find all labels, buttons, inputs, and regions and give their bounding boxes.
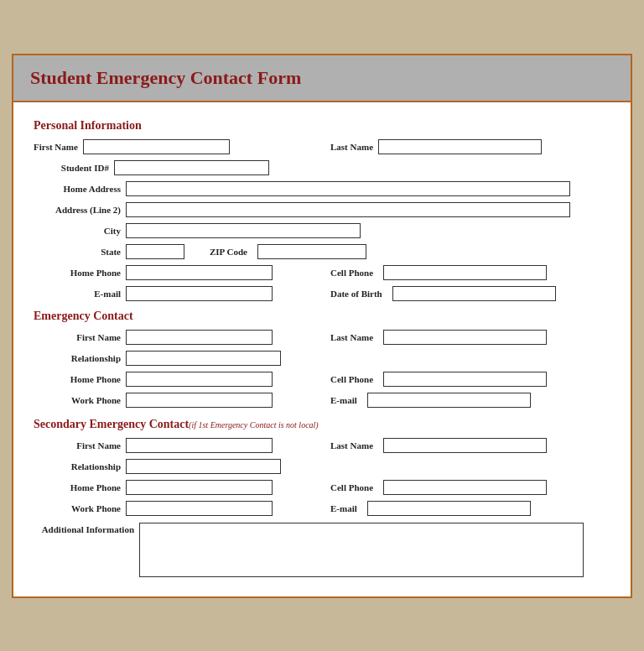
sec-home-phone-input[interactable]: [126, 480, 273, 495]
city-label: City: [34, 226, 121, 236]
sec-field-group-email: E-mail: [330, 501, 610, 516]
sec-work-phone-label: Work Phone: [34, 503, 121, 513]
sec-row-relationship: Relationship: [34, 459, 610, 474]
email-label: E-mail: [34, 289, 121, 299]
field-group-first-name: First Name: [34, 139, 314, 154]
ec-field-group-last-name: Last Name: [330, 330, 610, 345]
personal-info-title: Personal Information: [34, 119, 610, 133]
additional-info-textarea[interactable]: [139, 523, 584, 577]
ec-field-group-cell-phone: Cell Phone: [330, 372, 610, 387]
state-label: State: [34, 247, 121, 257]
ec-cell-phone-input[interactable]: [383, 372, 547, 387]
ec-relationship-input[interactable]: [126, 351, 281, 366]
sec-row-phones: Home Phone Cell Phone: [34, 480, 610, 495]
email-input[interactable]: [126, 286, 273, 301]
home-address-label: Home Address: [34, 184, 121, 194]
field-group-student-id: Student ID#: [34, 160, 610, 175]
field-group-last-name: Last Name: [330, 139, 610, 154]
sec-email-label: E-mail: [330, 503, 357, 513]
ec-field-group-first-name: First Name: [34, 330, 314, 345]
sec-last-name-label: Last Name: [330, 440, 373, 450]
form-title: Student Emergency Contact Form: [30, 67, 614, 89]
row-name: First Name Last Name: [34, 139, 610, 154]
ec-field-group-work-phone: Work Phone: [34, 393, 314, 408]
address2-label: Address (Line 2): [34, 205, 121, 215]
field-group-cell-phone: Cell Phone: [330, 265, 610, 280]
address2-input[interactable]: [126, 202, 570, 217]
secondary-contact-title-row: Secondary Emergency Contact(if 1st Emerg…: [34, 416, 610, 431]
student-id-label: Student ID#: [34, 163, 109, 173]
sec-cell-phone-input[interactable]: [383, 480, 547, 495]
ec-relationship-label: Relationship: [34, 353, 121, 363]
sec-row-name: First Name Last Name: [34, 438, 610, 453]
home-address-input[interactable]: [126, 181, 570, 196]
home-phone-input[interactable]: [126, 265, 273, 280]
sec-first-name-label: First Name: [34, 440, 121, 450]
field-group-dob: Date of Birth: [330, 286, 610, 301]
ec-field-group-email: E-mail: [330, 393, 610, 408]
dob-label: Date of Birth: [330, 289, 382, 299]
form-body: Personal Information First Name Last Nam…: [13, 102, 631, 596]
state-input[interactable]: [126, 244, 184, 259]
emergency-contact-title: Emergency Contact: [34, 310, 610, 323]
ec-email-label: E-mail: [330, 395, 357, 405]
ec-home-phone-input[interactable]: [126, 372, 273, 387]
row-additional-info: Additional Information: [34, 523, 610, 577]
sec-relationship-input[interactable]: [126, 459, 281, 474]
sec-last-name-input[interactable]: [383, 438, 547, 453]
form-header: Student Emergency Contact Form: [13, 55, 631, 102]
ec-last-name-label: Last Name: [330, 332, 373, 342]
last-name-input[interactable]: [378, 139, 542, 154]
cell-phone-label: Cell Phone: [330, 268, 373, 278]
sec-row-work-email: Work Phone E-mail: [34, 501, 610, 516]
sec-field-group-work-phone: Work Phone: [34, 501, 314, 516]
zip-label: ZIP Code: [210, 247, 247, 257]
ec-first-name-label: First Name: [34, 332, 121, 342]
row-email-dob: E-mail Date of Birth: [34, 286, 610, 301]
sec-first-name-input[interactable]: [126, 438, 273, 453]
ec-row-name: First Name Last Name: [34, 330, 610, 345]
sec-field-group-first-name: First Name: [34, 438, 314, 453]
sec-field-group-cell-phone: Cell Phone: [330, 480, 610, 495]
sec-work-phone-input[interactable]: [126, 501, 273, 516]
form-container: Student Emergency Contact Form Personal …: [12, 54, 632, 598]
row-city: City: [34, 223, 610, 238]
ec-row-phones: Home Phone Cell Phone: [34, 372, 610, 387]
ec-cell-phone-label: Cell Phone: [330, 374, 373, 384]
ec-field-group-home-phone: Home Phone: [34, 372, 314, 387]
student-id-input[interactable]: [114, 160, 269, 175]
zip-input[interactable]: [257, 244, 366, 259]
ec-first-name-input[interactable]: [126, 330, 273, 345]
first-name-label: First Name: [34, 142, 78, 152]
row-state-zip: State ZIP Code: [34, 244, 610, 259]
sec-home-phone-label: Home Phone: [34, 482, 121, 492]
ec-email-input[interactable]: [367, 393, 531, 408]
sec-field-group-home-phone: Home Phone: [34, 480, 314, 495]
ec-row-work-email: Work Phone E-mail: [34, 393, 610, 408]
field-group-email: E-mail: [34, 286, 314, 301]
ec-home-phone-label: Home Phone: [34, 374, 121, 384]
additional-info-label: Additional Information: [34, 523, 134, 534]
dob-input[interactable]: [392, 286, 556, 301]
first-name-input[interactable]: [83, 139, 230, 154]
sec-email-input[interactable]: [367, 501, 531, 516]
row-address2: Address (Line 2): [34, 202, 610, 217]
ec-last-name-input[interactable]: [383, 330, 547, 345]
row-phones: Home Phone Cell Phone: [34, 265, 610, 280]
row-student-id: Student ID#: [34, 160, 610, 175]
ec-work-phone-input[interactable]: [126, 393, 273, 408]
ec-row-relationship: Relationship: [34, 351, 610, 366]
secondary-contact-title: Secondary Emergency Contact: [34, 418, 189, 430]
city-input[interactable]: [126, 223, 361, 238]
ec-work-phone-label: Work Phone: [34, 395, 121, 405]
sec-field-group-last-name: Last Name: [330, 438, 610, 453]
field-group-home-phone: Home Phone: [34, 265, 314, 280]
sec-cell-phone-label: Cell Phone: [330, 482, 373, 492]
sec-relationship-label: Relationship: [34, 461, 121, 471]
row-home-address: Home Address: [34, 181, 610, 196]
cell-phone-input[interactable]: [383, 265, 547, 280]
last-name-label: Last Name: [330, 142, 373, 152]
secondary-contact-note: (if 1st Emergency Contact is not local): [189, 420, 319, 430]
home-phone-label: Home Phone: [34, 268, 121, 278]
